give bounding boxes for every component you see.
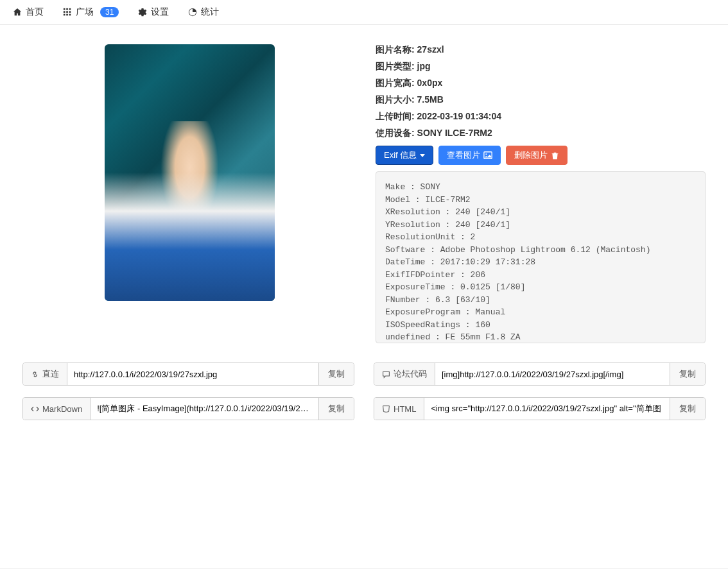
footer: 请勿上传违反中国政策的图片 © 2018-2022 EasyImage 2.5.…	[0, 568, 728, 580]
image-preview[interactable]	[105, 44, 275, 301]
info-device: 使用设备: SONY ILCE-7RM2	[376, 128, 706, 139]
view-image-button[interactable]: 查看图片	[438, 146, 501, 165]
nav-home-label: 首页	[26, 6, 44, 18]
svg-rect-7	[66, 14, 68, 16]
forum-code-input[interactable]	[435, 363, 670, 385]
info-dim: 图片宽高: 0x0px	[376, 78, 706, 89]
image-preview-col	[22, 44, 356, 343]
svg-rect-4	[66, 11, 68, 13]
direct-link-input[interactable]	[67, 363, 318, 385]
chart-icon	[188, 8, 197, 17]
direct-link-group: 直连 复制	[22, 362, 354, 386]
info-size: 图片大小: 7.5MB	[376, 94, 706, 106]
svg-rect-2	[69, 8, 71, 10]
direct-link-label: 直连	[23, 363, 67, 385]
exif-button[interactable]: Exif 信息	[376, 146, 433, 165]
svg-rect-9	[484, 152, 492, 159]
caret-down-icon	[420, 154, 425, 157]
nav-settings[interactable]: 设置	[138, 6, 169, 18]
nav-stats-label: 统计	[201, 6, 219, 18]
nav-plaza[interactable]: 广场 31	[63, 6, 119, 18]
html-code-input[interactable]	[424, 398, 670, 420]
markdown-label: MarkDown	[23, 398, 91, 420]
forum-code-label: 论坛代码	[374, 363, 435, 385]
view-button-label: 查看图片	[447, 149, 480, 161]
delete-image-button[interactable]: 删除图片	[506, 146, 568, 165]
nav-stats[interactable]: 统计	[188, 6, 219, 18]
top-nav: 首页 广场 31 设置 统计	[0, 0, 728, 25]
plaza-badge: 31	[100, 7, 119, 17]
svg-rect-8	[69, 14, 71, 16]
code-icon	[31, 405, 39, 413]
markdown-input[interactable]	[91, 398, 318, 420]
nav-plaza-label: 广场	[76, 6, 94, 18]
info-time: 上传时间: 2022-03-19 01:34:04	[376, 111, 706, 123]
svg-rect-6	[64, 14, 65, 16]
svg-rect-3	[64, 11, 65, 13]
grid-icon	[63, 8, 72, 17]
copy-direct-button[interactable]: 复制	[318, 363, 354, 385]
svg-rect-5	[69, 11, 71, 13]
copy-html-button[interactable]: 复制	[670, 398, 705, 420]
svg-rect-1	[66, 8, 68, 10]
nav-settings-label: 设置	[151, 6, 169, 18]
action-buttons: Exif 信息 查看图片 删除图片	[376, 146, 706, 165]
exif-info-box: Make : SONY Model : ILCE-7RM2 XResolutio…	[376, 171, 706, 343]
html-code-group: HTML 复制	[374, 397, 706, 420]
delete-button-label: 删除图片	[514, 149, 548, 161]
exif-button-label: Exif 信息	[384, 149, 417, 161]
trash-icon	[551, 151, 559, 160]
gear-icon	[138, 8, 147, 17]
forum-code-group: 论坛代码 复制	[374, 362, 706, 386]
info-type: 图片类型: jpg	[376, 61, 706, 72]
nav-home[interactable]: 首页	[13, 6, 44, 18]
home-icon	[13, 8, 22, 17]
info-col: 图片名称: 27szxl 图片类型: jpg 图片宽高: 0x0px 图片大小:…	[376, 44, 706, 343]
info-name: 图片名称: 27szxl	[376, 44, 706, 56]
image-icon	[483, 151, 492, 160]
html-code-label: HTML	[374, 398, 424, 420]
comment-icon	[382, 370, 390, 379]
copy-markdown-button[interactable]: 复制	[318, 398, 354, 420]
svg-rect-0	[64, 8, 65, 10]
html-icon	[382, 405, 390, 413]
markdown-group: MarkDown 复制	[22, 397, 354, 420]
link-icon	[31, 370, 39, 379]
svg-point-10	[486, 153, 487, 155]
copy-forum-button[interactable]: 复制	[670, 363, 705, 385]
